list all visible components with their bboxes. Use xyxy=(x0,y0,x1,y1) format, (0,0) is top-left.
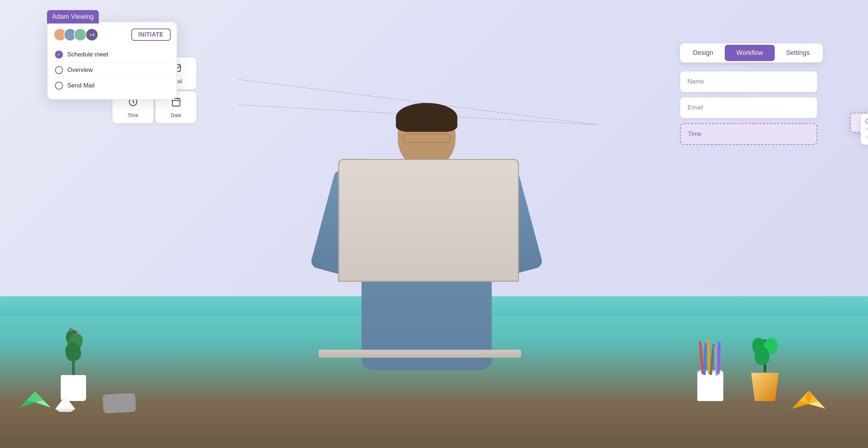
right-leaf-3 xyxy=(755,347,769,365)
card-header-label: Adam Viewing xyxy=(47,10,99,23)
check-icon-schedule xyxy=(55,51,63,59)
origami-white-boat xyxy=(54,395,77,413)
form-field-name[interactable]: Name xyxy=(680,71,817,92)
form-field-email[interactable]: Email xyxy=(680,97,817,118)
right-panel: Design Workflow Settings Name Email Time… xyxy=(680,43,817,150)
option-dot-active xyxy=(865,119,868,124)
laptop-base xyxy=(319,350,521,358)
option-row-2 xyxy=(865,128,868,130)
menu-item-overview[interactable]: Overview xyxy=(54,63,171,78)
right-plant-foliage xyxy=(750,336,779,372)
laptop-screen xyxy=(338,159,519,282)
svg-marker-11 xyxy=(55,396,75,409)
check-icon-overview xyxy=(55,66,63,74)
menu-item-sendmail[interactable]: Send Mail xyxy=(54,78,171,93)
option-row-1 xyxy=(865,119,868,124)
menu-item-schedule[interactable]: Schedule meet xyxy=(54,47,171,63)
menu-label-schedule: Schedule meet xyxy=(67,51,108,58)
avatar-3 xyxy=(74,28,87,41)
collaboration-card: Adam Viewing +4 INITIATE Schedule meet O… xyxy=(47,22,177,100)
origami-green-bird xyxy=(20,389,51,413)
person-hair xyxy=(396,103,458,132)
option-line-3 xyxy=(865,136,868,138)
pencil-cup xyxy=(697,370,723,401)
menu-label-overview: Overview xyxy=(67,66,93,74)
person-glasses xyxy=(403,134,450,143)
svg-rect-3 xyxy=(172,98,180,106)
origami-yellow-crane xyxy=(792,389,825,416)
menu-label-sendmail: Send Mail xyxy=(67,82,95,89)
form-panel: Name Email Time Time + xyxy=(680,71,817,145)
initiate-button[interactable]: INITIATE xyxy=(131,29,171,41)
tab-design[interactable]: Design xyxy=(681,45,725,61)
tab-settings[interactable]: Settings xyxy=(775,45,821,61)
left-plant-foliage xyxy=(63,329,84,376)
option-row-3 xyxy=(865,135,868,139)
avatar-count: +4 xyxy=(85,28,98,41)
check-icon-sendmail xyxy=(55,82,63,90)
tabs-container: Design Workflow Settings xyxy=(680,43,823,63)
card-body: +4 INITIATE Schedule meet Overview Send … xyxy=(47,22,177,100)
tab-workflow[interactable]: Workflow xyxy=(725,45,775,61)
phone xyxy=(103,393,136,414)
svg-marker-12 xyxy=(55,409,75,412)
flower-2 xyxy=(77,331,80,334)
field-label-time: Time xyxy=(127,112,139,118)
option-line-2 xyxy=(865,128,868,130)
flower-1 xyxy=(69,328,73,331)
field-label-date: Date xyxy=(171,112,182,118)
right-plant xyxy=(747,367,783,401)
options-card xyxy=(861,114,868,145)
avatar-group: +4 xyxy=(54,28,98,41)
avatars-row: +4 INITIATE xyxy=(54,28,171,41)
form-field-time-highlighted[interactable]: Time xyxy=(680,123,817,145)
person-head xyxy=(398,103,456,168)
